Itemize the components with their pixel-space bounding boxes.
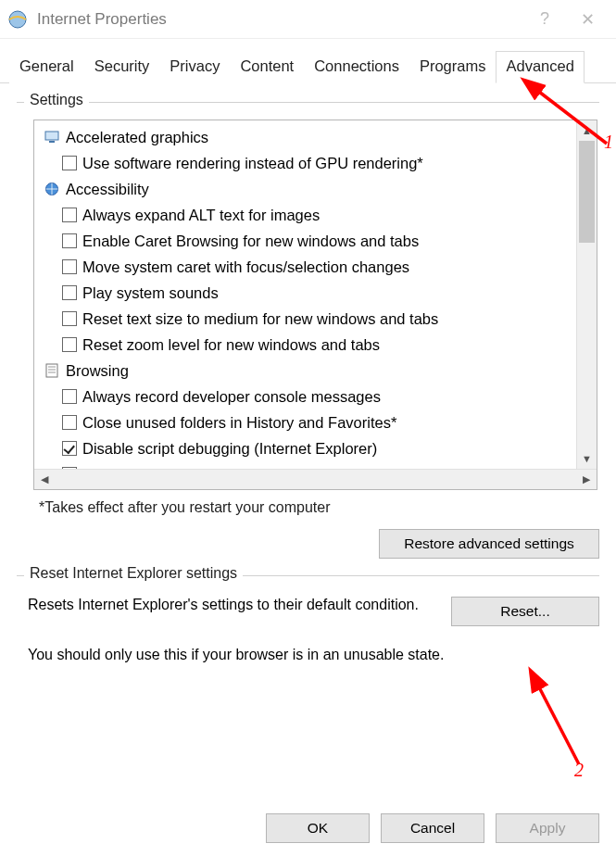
tab-security[interactable]: Security bbox=[84, 51, 160, 83]
setting-item[interactable]: Enable Caret Browsing for new windows an… bbox=[34, 228, 597, 254]
restore-advanced-button[interactable]: Restore advanced settings bbox=[379, 529, 599, 559]
reset-group: Reset Internet Explorer settings Resets … bbox=[17, 575, 599, 665]
apply-button[interactable]: Apply bbox=[496, 813, 599, 843]
annotation-label-1: 1 bbox=[604, 132, 613, 153]
close-button[interactable]: ✕ bbox=[566, 0, 609, 39]
setting-item[interactable]: Move system caret with focus/selection c… bbox=[34, 254, 597, 280]
scroll-track[interactable] bbox=[577, 141, 597, 448]
group-accessibility[interactable]: Accessibility bbox=[34, 176, 597, 202]
settings-legend: Settings bbox=[24, 92, 89, 108]
checkbox[interactable] bbox=[62, 285, 77, 300]
group-label: Browsing bbox=[66, 359, 129, 382]
checkbox[interactable] bbox=[62, 208, 77, 222]
dialog-button-row: OK Cancel Apply bbox=[266, 813, 599, 843]
setting-item[interactable]: Use software rendering instead of GPU re… bbox=[34, 150, 597, 176]
group-label: Accelerated graphics bbox=[66, 126, 208, 148]
group-label: Accessibility bbox=[66, 178, 149, 200]
tab-advanced[interactable]: Advanced bbox=[496, 51, 584, 83]
scroll-up-icon[interactable]: ▲ bbox=[577, 120, 597, 141]
tab-connections[interactable]: Connections bbox=[304, 51, 409, 83]
setting-label: Disable script debugging (Other) bbox=[82, 463, 303, 469]
checkbox[interactable] bbox=[62, 311, 77, 326]
page-icon bbox=[44, 362, 60, 379]
settings-tree[interactable]: Accelerated graphics Use software render… bbox=[33, 120, 597, 490]
checkbox[interactable] bbox=[62, 233, 77, 248]
setting-label: Disable script debugging (Internet Explo… bbox=[82, 437, 377, 459]
tab-content[interactable]: Content bbox=[230, 51, 304, 83]
tab-general[interactable]: General bbox=[9, 51, 84, 83]
svg-point-0 bbox=[9, 11, 26, 28]
annotation-arrow-2 bbox=[523, 676, 616, 781]
setting-item[interactable]: Disable script debugging (Internet Explo… bbox=[34, 435, 597, 461]
setting-label: Use software rendering instead of GPU re… bbox=[82, 152, 423, 174]
tab-content: Settings Accelerated graphics Use softwa… bbox=[0, 83, 616, 665]
setting-item[interactable]: Always expand ALT text for images bbox=[34, 202, 597, 228]
svg-rect-1 bbox=[45, 132, 58, 140]
svg-rect-4 bbox=[46, 364, 57, 377]
svg-rect-2 bbox=[49, 141, 55, 143]
globe-icon bbox=[44, 181, 60, 197]
checkbox[interactable] bbox=[62, 467, 77, 469]
setting-item[interactable]: Reset zoom level for new windows and tab… bbox=[34, 332, 597, 358]
setting-label: Close unused folders in History and Favo… bbox=[82, 411, 396, 434]
setting-label: Play system sounds bbox=[82, 282, 219, 304]
scroll-htrack[interactable] bbox=[55, 470, 576, 489]
monitor-icon bbox=[44, 129, 60, 145]
setting-label: Reset zoom level for new windows and tab… bbox=[82, 334, 380, 356]
setting-item[interactable]: Close unused folders in History and Favo… bbox=[34, 409, 597, 435]
setting-label: Move system caret with focus/selection c… bbox=[82, 256, 409, 278]
scroll-right-icon[interactable]: ▶ bbox=[576, 470, 597, 489]
setting-label: Always record developer console messages bbox=[82, 385, 381, 408]
tab-programs[interactable]: Programs bbox=[409, 51, 497, 83]
reset-description: Resets Internet Explorer's settings to t… bbox=[28, 595, 438, 615]
checkbox[interactable] bbox=[62, 156, 77, 170]
window-title: Internet Properties bbox=[37, 10, 523, 29]
setting-label: Enable Caret Browsing for new windows an… bbox=[82, 230, 419, 252]
horizontal-scrollbar[interactable]: ◀ ▶ bbox=[34, 469, 597, 489]
checkbox[interactable] bbox=[62, 441, 77, 456]
tab-strip: General Security Privacy Content Connect… bbox=[0, 39, 616, 83]
scroll-down-icon[interactable]: ▼ bbox=[577, 448, 597, 469]
group-browsing[interactable]: Browsing bbox=[34, 358, 597, 384]
scroll-thumb[interactable] bbox=[579, 141, 595, 243]
reset-warning: You should only use this if your browser… bbox=[28, 645, 599, 665]
setting-label: Reset text size to medium for new window… bbox=[82, 308, 438, 330]
reset-button[interactable]: Reset... bbox=[451, 597, 599, 626]
setting-label: Always expand ALT text for images bbox=[82, 204, 320, 226]
checkbox[interactable] bbox=[62, 389, 77, 404]
reset-legend: Reset Internet Explorer settings bbox=[24, 565, 243, 582]
checkbox[interactable] bbox=[62, 337, 77, 352]
ie-icon bbox=[7, 9, 28, 30]
ok-button[interactable]: OK bbox=[266, 813, 370, 843]
title-bar: Internet Properties ? ✕ bbox=[0, 0, 616, 39]
vertical-scrollbar[interactable]: ▲ ▼ bbox=[576, 120, 597, 469]
cancel-button[interactable]: Cancel bbox=[381, 813, 484, 843]
setting-item[interactable]: Play system sounds bbox=[34, 280, 597, 306]
help-button[interactable]: ? bbox=[523, 0, 566, 39]
group-accelerated-graphics[interactable]: Accelerated graphics bbox=[34, 124, 597, 150]
scroll-left-icon[interactable]: ◀ bbox=[34, 470, 55, 489]
setting-item[interactable]: Reset text size to medium for new window… bbox=[34, 306, 597, 332]
settings-footnote: *Takes effect after you restart your com… bbox=[39, 499, 599, 516]
settings-group: Settings Accelerated graphics Use softwa… bbox=[17, 102, 599, 559]
checkbox[interactable] bbox=[62, 415, 77, 430]
checkbox[interactable] bbox=[62, 259, 77, 274]
svg-line-9 bbox=[537, 684, 579, 764]
setting-item[interactable]: Always record developer console messages bbox=[34, 384, 597, 409]
tab-privacy[interactable]: Privacy bbox=[159, 51, 230, 83]
annotation-label-2: 2 bbox=[574, 760, 584, 781]
setting-item[interactable]: Disable script debugging (Other) bbox=[34, 461, 597, 469]
